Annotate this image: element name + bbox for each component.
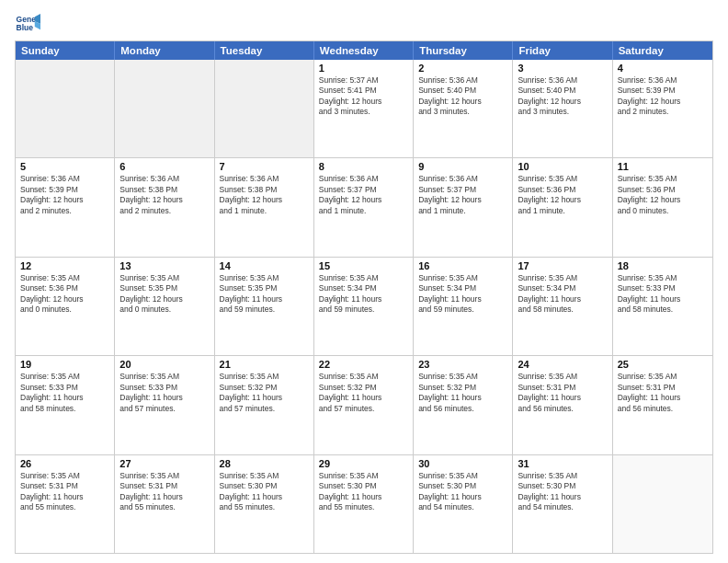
day-number: 28 — [220, 458, 309, 469]
day-info: Sunrise: 5:37 AM Sunset: 5:41 PM Dayligh… — [319, 75, 408, 118]
day-info: Sunrise: 5:35 AM Sunset: 5:32 PM Dayligh… — [418, 372, 507, 414]
empty-cell — [613, 455, 712, 553]
day-number: 23 — [418, 359, 507, 370]
day-cell-9: 9Sunrise: 5:36 AM Sunset: 5:37 PM Daylig… — [414, 158, 513, 256]
day-info: Sunrise: 5:36 AM Sunset: 5:37 PM Dayligh… — [319, 174, 408, 216]
day-cell-4: 4Sunrise: 5:36 AM Sunset: 5:39 PM Daylig… — [613, 60, 712, 157]
header-day-tuesday: Tuesday — [215, 41, 314, 60]
day-cell-26: 26Sunrise: 5:35 AM Sunset: 5:31 PM Dayli… — [16, 455, 115, 553]
logo: General Blue — [15, 11, 40, 37]
day-info: Sunrise: 5:35 AM Sunset: 5:34 PM Dayligh… — [319, 273, 408, 316]
day-cell-15: 15Sunrise: 5:35 AM Sunset: 5:34 PM Dayli… — [314, 258, 414, 355]
calendar-body: 1Sunrise: 5:37 AM Sunset: 5:41 PM Daylig… — [16, 60, 712, 553]
day-number: 31 — [518, 458, 607, 469]
day-info: Sunrise: 5:36 AM Sunset: 5:40 PM Dayligh… — [518, 75, 607, 118]
day-cell-29: 29Sunrise: 5:35 AM Sunset: 5:30 PM Dayli… — [314, 455, 414, 553]
day-info: Sunrise: 5:35 AM Sunset: 5:30 PM Dayligh… — [418, 471, 507, 513]
day-info: Sunrise: 5:35 AM Sunset: 5:31 PM Dayligh… — [518, 372, 607, 414]
day-cell-22: 22Sunrise: 5:35 AM Sunset: 5:32 PM Dayli… — [314, 356, 414, 454]
calendar-header: SundayMondayTuesdayWednesdayThursdayFrid… — [16, 41, 712, 60]
logo-icon: General Blue — [15, 11, 40, 37]
day-number: 2 — [418, 63, 507, 74]
day-info: Sunrise: 5:35 AM Sunset: 5:31 PM Dayligh… — [119, 471, 209, 513]
empty-cell — [215, 60, 314, 157]
day-cell-17: 17Sunrise: 5:35 AM Sunset: 5:34 PM Dayli… — [513, 258, 612, 355]
header-day-sunday: Sunday — [16, 41, 115, 60]
day-cell-30: 30Sunrise: 5:35 AM Sunset: 5:30 PM Dayli… — [414, 455, 513, 553]
day-info: Sunrise: 5:35 AM Sunset: 5:36 PM Dayligh… — [518, 174, 607, 216]
svg-text:Blue: Blue — [17, 23, 34, 32]
day-info: Sunrise: 5:35 AM Sunset: 5:33 PM Dayligh… — [119, 372, 209, 414]
day-number: 19 — [20, 359, 109, 370]
day-cell-13: 13Sunrise: 5:35 AM Sunset: 5:35 PM Dayli… — [115, 258, 214, 355]
empty-cell — [115, 60, 214, 157]
day-cell-24: 24Sunrise: 5:35 AM Sunset: 5:31 PM Dayli… — [513, 356, 612, 454]
page: General Blue SundayMondayTuesdayWednesda… — [0, 0, 728, 563]
day-cell-18: 18Sunrise: 5:35 AM Sunset: 5:33 PM Dayli… — [613, 258, 712, 355]
day-info: Sunrise: 5:35 AM Sunset: 5:32 PM Dayligh… — [319, 372, 408, 414]
day-number: 4 — [618, 63, 708, 74]
header: General Blue — [15, 11, 713, 37]
day-number: 24 — [518, 359, 607, 370]
day-number: 10 — [518, 161, 607, 172]
day-number: 1 — [319, 63, 408, 74]
day-info: Sunrise: 5:36 AM Sunset: 5:39 PM Dayligh… — [20, 174, 109, 216]
day-cell-10: 10Sunrise: 5:35 AM Sunset: 5:36 PM Dayli… — [513, 158, 612, 256]
day-number: 3 — [518, 63, 607, 74]
day-number: 8 — [319, 161, 408, 172]
day-cell-14: 14Sunrise: 5:35 AM Sunset: 5:35 PM Dayli… — [215, 258, 314, 355]
day-number: 14 — [220, 260, 309, 271]
header-day-friday: Friday — [513, 41, 612, 60]
calendar-row-3: 19Sunrise: 5:35 AM Sunset: 5:33 PM Dayli… — [16, 355, 712, 454]
day-info: Sunrise: 5:35 AM Sunset: 5:30 PM Dayligh… — [319, 471, 408, 513]
day-number: 5 — [20, 161, 109, 172]
day-cell-3: 3Sunrise: 5:36 AM Sunset: 5:40 PM Daylig… — [513, 60, 612, 157]
calendar-row-0: 1Sunrise: 5:37 AM Sunset: 5:41 PM Daylig… — [16, 60, 712, 157]
day-number: 13 — [119, 260, 209, 271]
day-cell-7: 7Sunrise: 5:36 AM Sunset: 5:38 PM Daylig… — [215, 158, 314, 256]
day-info: Sunrise: 5:36 AM Sunset: 5:38 PM Dayligh… — [119, 174, 209, 216]
day-cell-28: 28Sunrise: 5:35 AM Sunset: 5:30 PM Dayli… — [215, 455, 314, 553]
day-info: Sunrise: 5:35 AM Sunset: 5:36 PM Dayligh… — [618, 174, 708, 216]
day-info: Sunrise: 5:35 AM Sunset: 5:36 PM Dayligh… — [20, 273, 109, 316]
day-cell-20: 20Sunrise: 5:35 AM Sunset: 5:33 PM Dayli… — [115, 356, 214, 454]
day-info: Sunrise: 5:35 AM Sunset: 5:32 PM Dayligh… — [220, 372, 309, 414]
day-info: Sunrise: 5:35 AM Sunset: 5:30 PM Dayligh… — [220, 471, 309, 513]
day-number: 21 — [220, 359, 309, 370]
day-info: Sunrise: 5:36 AM Sunset: 5:40 PM Dayligh… — [418, 75, 507, 118]
day-cell-23: 23Sunrise: 5:35 AM Sunset: 5:32 PM Dayli… — [414, 356, 513, 454]
day-info: Sunrise: 5:36 AM Sunset: 5:39 PM Dayligh… — [618, 75, 708, 118]
day-number: 18 — [618, 260, 708, 271]
day-cell-6: 6Sunrise: 5:36 AM Sunset: 5:38 PM Daylig… — [115, 158, 214, 256]
day-number: 20 — [119, 359, 209, 370]
day-info: Sunrise: 5:35 AM Sunset: 5:31 PM Dayligh… — [20, 471, 109, 513]
day-cell-31: 31Sunrise: 5:35 AM Sunset: 5:30 PM Dayli… — [513, 455, 612, 553]
day-number: 30 — [418, 458, 507, 469]
day-cell-8: 8Sunrise: 5:36 AM Sunset: 5:37 PM Daylig… — [314, 158, 414, 256]
day-info: Sunrise: 5:35 AM Sunset: 5:35 PM Dayligh… — [220, 273, 309, 316]
day-number: 26 — [20, 458, 109, 469]
day-number: 25 — [618, 359, 708, 370]
day-info: Sunrise: 5:35 AM Sunset: 5:33 PM Dayligh… — [20, 372, 109, 414]
day-info: Sunrise: 5:35 AM Sunset: 5:31 PM Dayligh… — [618, 372, 708, 414]
day-number: 6 — [119, 161, 209, 172]
day-info: Sunrise: 5:36 AM Sunset: 5:37 PM Dayligh… — [418, 174, 507, 216]
day-cell-1: 1Sunrise: 5:37 AM Sunset: 5:41 PM Daylig… — [314, 60, 414, 157]
day-number: 17 — [518, 260, 607, 271]
day-cell-21: 21Sunrise: 5:35 AM Sunset: 5:32 PM Dayli… — [215, 356, 314, 454]
day-cell-5: 5Sunrise: 5:36 AM Sunset: 5:39 PM Daylig… — [16, 158, 115, 256]
header-day-monday: Monday — [115, 41, 214, 60]
day-cell-16: 16Sunrise: 5:35 AM Sunset: 5:34 PM Dayli… — [414, 258, 513, 355]
header-day-wednesday: Wednesday — [314, 41, 414, 60]
day-cell-27: 27Sunrise: 5:35 AM Sunset: 5:31 PM Dayli… — [115, 455, 214, 553]
day-info: Sunrise: 5:35 AM Sunset: 5:33 PM Dayligh… — [618, 273, 708, 316]
day-info: Sunrise: 5:35 AM Sunset: 5:30 PM Dayligh… — [518, 471, 607, 513]
day-number: 29 — [319, 458, 408, 469]
header-day-saturday: Saturday — [613, 41, 712, 60]
day-number: 12 — [20, 260, 109, 271]
calendar: SundayMondayTuesdayWednesdayThursdayFrid… — [15, 40, 713, 554]
day-number: 27 — [119, 458, 209, 469]
day-number: 15 — [319, 260, 408, 271]
calendar-row-4: 26Sunrise: 5:35 AM Sunset: 5:31 PM Dayli… — [16, 454, 712, 553]
header-day-thursday: Thursday — [414, 41, 513, 60]
